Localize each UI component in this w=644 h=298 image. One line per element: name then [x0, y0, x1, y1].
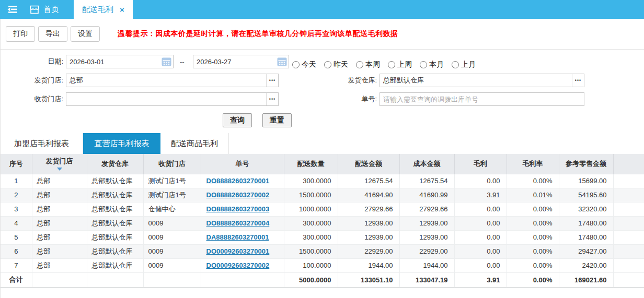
- cell-ship-store: 总部: [32, 216, 87, 230]
- tab-franchise-profit[interactable]: 加盟店毛利报表: [1, 133, 83, 154]
- col-filler: [613, 154, 644, 174]
- ship-store-label: 发货门店:: [2, 74, 63, 87]
- cell-gross-profit: 0.00: [454, 216, 507, 230]
- date-to-field[interactable]: [193, 55, 289, 68]
- warning-text: 温馨提示：因成本价是延时计算，请在配送单审核几分钟后再查询该单配送毛利数据: [118, 29, 398, 39]
- tab-delivery-profit[interactable]: 配送毛利 ×: [74, 0, 133, 19]
- order-no-input[interactable]: [380, 93, 584, 105]
- table-row: 5 总部 总部默认仓库 0009 DA88882603270001 300.00…: [1, 230, 644, 244]
- cell-gross-margin: 0.00%: [507, 216, 559, 230]
- calendar-icon[interactable]: [275, 55, 289, 68]
- close-icon[interactable]: ×: [120, 5, 124, 14]
- col-recv-store[interactable]: 收货门店: [143, 154, 201, 174]
- col-retail-ref-amount[interactable]: 参考零售金额: [559, 154, 613, 174]
- col-seq[interactable]: 序号: [1, 154, 32, 174]
- radio-this-month[interactable]: 本月: [420, 60, 444, 69]
- calendar-icon[interactable]: [159, 55, 173, 68]
- col-delivery-amount[interactable]: 配送金额: [338, 154, 399, 174]
- cell-recv-store: 仓储中心: [143, 202, 201, 216]
- ship-warehouse-input[interactable]: [380, 74, 572, 87]
- settings-button[interactable]: 设置: [71, 26, 100, 42]
- radio-circle[interactable]: [356, 61, 363, 68]
- radio-circle[interactable]: [452, 61, 459, 68]
- date-from-input[interactable]: [66, 55, 159, 68]
- order-link[interactable]: DO00092603270001: [206, 247, 270, 255]
- cell-seq: 2: [1, 188, 32, 202]
- collapse-menu-icon[interactable]: [0, 0, 25, 19]
- cell-qty: 300.0000: [284, 216, 338, 230]
- sort-down-icon[interactable]: [57, 168, 62, 171]
- cell-gross-profit: 0.00: [454, 258, 507, 272]
- recv-store-label: 收货门店:: [2, 92, 63, 106]
- col-ship-store[interactable]: 发货门店: [32, 154, 87, 174]
- cell-recv-store: 0009: [143, 216, 201, 230]
- order-link[interactable]: DO88882603270001: [206, 177, 270, 185]
- radio-last-month[interactable]: 上月: [452, 60, 476, 69]
- reset-button[interactable]: 重置: [262, 113, 292, 127]
- total-retail-ref: 169021.60: [559, 272, 613, 287]
- order-link[interactable]: DO88882603270003: [206, 205, 270, 213]
- total-cell: [201, 272, 284, 287]
- total-gross-margin: 0.00%: [507, 272, 559, 287]
- col-ship-warehouse[interactable]: 发货仓库: [87, 154, 143, 174]
- col-order-no[interactable]: 单号: [201, 154, 284, 174]
- table-body: 1 总部 总部默认仓库 测试门店1号 DO88882603270001 300.…: [1, 174, 644, 272]
- print-button[interactable]: 打印: [6, 26, 35, 42]
- filter-panel: 日期: --: [1, 50, 644, 133]
- order-no-field[interactable]: [380, 92, 584, 106]
- cell-qty: 1000.0000: [284, 202, 338, 216]
- col-cost-amount[interactable]: 成本金额: [399, 154, 454, 174]
- tab-delivery-goods-profit[interactable]: 配送商品毛利: [160, 133, 229, 154]
- recv-store-input[interactable]: [66, 93, 266, 105]
- cell-gross-profit: 3.91: [454, 188, 507, 202]
- ellipsis-picker-icon[interactable]: •••: [572, 74, 584, 87]
- col-gross-profit[interactable]: 毛利: [454, 154, 507, 174]
- col-gross-margin[interactable]: 毛利率: [507, 154, 559, 174]
- radio-circle[interactable]: [388, 61, 395, 68]
- cell-gross-profit: 0.00: [454, 230, 507, 244]
- tab-direct-store-profit[interactable]: 直营店毛利报表: [83, 133, 160, 154]
- cell-delivery-amount: 22929.00: [338, 244, 399, 258]
- radio-yesterday[interactable]: 昨天: [324, 60, 348, 69]
- cell-retail-ref: 17480.00: [559, 230, 613, 244]
- recv-store-field[interactable]: •••: [66, 92, 279, 106]
- cell-seq: 1: [1, 174, 32, 188]
- cell-seq: 3: [1, 202, 32, 216]
- cell-retail-ref: 32320.00: [559, 202, 613, 216]
- radio-today[interactable]: 今天: [292, 60, 316, 69]
- total-cost-amount: 133047.19: [399, 272, 454, 287]
- topbar: 首页 配送毛利 ×: [0, 0, 644, 19]
- order-link[interactable]: DO88882603270004: [206, 219, 270, 227]
- cell-gross-margin: 0.00%: [507, 202, 559, 216]
- ship-store-field[interactable]: •••: [66, 74, 279, 87]
- date-to-input[interactable]: [193, 55, 275, 68]
- date-from-field[interactable]: [66, 55, 174, 68]
- radio-last-week[interactable]: 上周: [388, 60, 412, 69]
- radio-circle[interactable]: [292, 61, 300, 68]
- ship-warehouse-field[interactable]: •••: [380, 74, 584, 87]
- ellipsis-picker-icon[interactable]: •••: [266, 74, 278, 87]
- order-link[interactable]: DO88882603270002: [206, 191, 270, 199]
- cell-filler: [613, 230, 644, 244]
- cell-qty: 300.0000: [284, 230, 338, 244]
- cell-gross-margin: 0.01%: [507, 188, 559, 202]
- order-link[interactable]: DO00092603270002: [206, 261, 270, 269]
- cell-filler: [613, 188, 644, 202]
- ship-store-input[interactable]: [66, 74, 266, 87]
- tab-home[interactable]: 首页: [25, 0, 66, 19]
- col-qty[interactable]: 配送数量: [284, 154, 338, 174]
- col-ship-store-label: 发货门店: [32, 157, 87, 166]
- query-button[interactable]: 查询: [223, 113, 252, 127]
- total-cell: [87, 272, 143, 287]
- cell-filler: [613, 258, 644, 272]
- radio-circle[interactable]: [420, 61, 427, 68]
- radio-circle[interactable]: [324, 61, 331, 68]
- cell-ship-warehouse: 总部默认仓库: [87, 258, 143, 272]
- ellipsis-picker-icon[interactable]: •••: [266, 93, 278, 105]
- cell-filler: [613, 244, 644, 258]
- order-link[interactable]: DA88882603270001: [206, 233, 269, 241]
- total-label: 合计: [1, 272, 32, 287]
- radio-this-week[interactable]: 本周: [356, 60, 380, 69]
- export-button[interactable]: 导出: [38, 26, 67, 42]
- cell-delivery-amount: 41694.90: [338, 188, 399, 202]
